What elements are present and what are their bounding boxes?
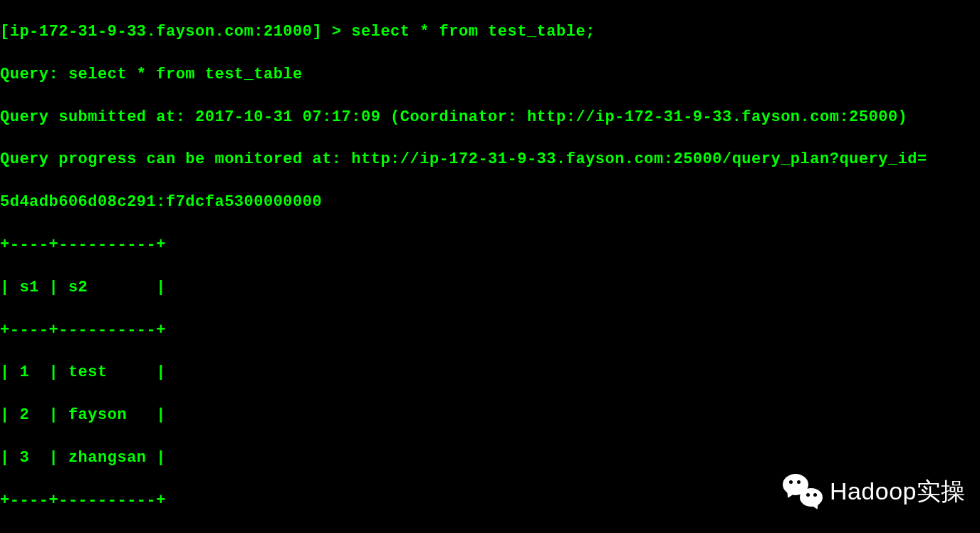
query-prompt-1: [ip-172-31-9-33.fayson.com:21000] > sele… (0, 21, 980, 43)
watermark-text: Hadoop实操 (830, 475, 966, 507)
query-progress-1: Query progress can be monitored at: http… (0, 149, 980, 170)
table-border-mid-1: +----+----------+ (0, 320, 980, 341)
terminal-output[interactable]: [ip-172-31-9-33.fayson.com:21000] > sele… (0, 0, 980, 533)
table-border-top-1: +----+----------+ (0, 234, 980, 256)
wechat-icon (783, 474, 823, 508)
table-row-1-1: | 1 | test | (0, 362, 980, 383)
table-header-1: | s1 | s2 | (0, 277, 980, 299)
watermark: Hadoop实操 (783, 474, 966, 508)
table-row-1-2: | 2 | fayson | (0, 405, 980, 426)
query-submitted-1: Query submitted at: 2017-10-31 07:17:09 … (0, 107, 980, 128)
query-id-1: 5d4adb606d08c291:f7dcfa5300000000 (0, 192, 980, 213)
query-echo-1: Query: select * from test_table (0, 64, 980, 86)
table-row-1-3: | 3 | zhangsan | (0, 447, 980, 469)
